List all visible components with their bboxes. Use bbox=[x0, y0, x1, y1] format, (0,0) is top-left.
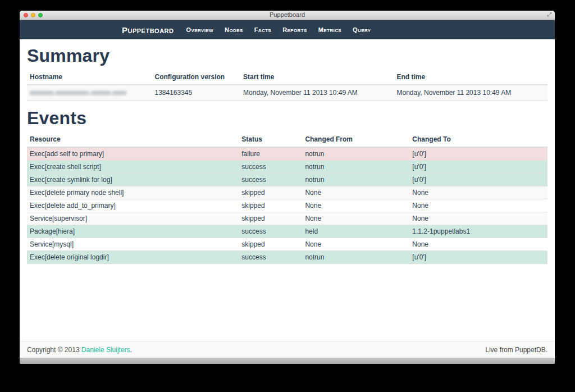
event-row: Exec[create shell script] success notrun… bbox=[27, 161, 547, 174]
nav-item-reports[interactable]: Reports bbox=[277, 20, 313, 39]
summary-header-row: Hostname Configuration version Start tim… bbox=[27, 70, 547, 85]
event-resource: Exec[delete primary node shell] bbox=[27, 186, 239, 199]
event-changed-from: notrun bbox=[302, 251, 409, 264]
event-changed-from: None bbox=[302, 238, 409, 251]
summary-heading: Summary bbox=[27, 46, 547, 66]
events-col-status: Status bbox=[239, 133, 302, 147]
event-resource: Package[hiera] bbox=[27, 225, 239, 238]
event-status: success bbox=[239, 225, 302, 238]
event-changed-to: None bbox=[409, 212, 547, 225]
event-changed-from: None bbox=[302, 199, 409, 212]
events-heading: Events bbox=[27, 108, 547, 128]
event-resource: Exec[delete add_to_primary] bbox=[27, 199, 239, 212]
events-col-changed-to: Changed To bbox=[409, 133, 547, 147]
window-titlebar[interactable]: Puppetboard ⤢ bbox=[20, 11, 555, 20]
author-link[interactable]: Daniele Sluijters bbox=[81, 346, 130, 354]
main-content: Summary Hostname Configuration version S… bbox=[20, 39, 555, 341]
event-resource: Exec[add self to primary] bbox=[27, 147, 239, 161]
events-col-changed-from: Changed From bbox=[302, 133, 409, 147]
navbar-brand[interactable]: Puppetboard bbox=[122, 25, 174, 35]
resize-icon[interactable]: ⤢ bbox=[547, 11, 551, 18]
summary-col-start-time: Start time bbox=[240, 70, 394, 85]
event-changed-to: None bbox=[409, 238, 547, 251]
event-changed-to: None bbox=[409, 199, 547, 212]
event-row: Package[hiera] success held 1.1.2-1puppe… bbox=[27, 225, 547, 238]
config-version-cell: 1384163345 bbox=[152, 85, 240, 101]
events-header-row: Resource Status Changed From Changed To bbox=[27, 133, 547, 147]
nav-item-nodes[interactable]: Nodes bbox=[219, 20, 249, 39]
event-status: success bbox=[239, 174, 302, 186]
event-row: Exec[delete add_to_primary] skipped None… bbox=[27, 199, 547, 212]
events-table: Resource Status Changed From Changed To … bbox=[27, 133, 547, 264]
event-changed-to: [u'0'] bbox=[409, 147, 547, 161]
event-changed-to: None bbox=[409, 186, 547, 199]
event-changed-from: None bbox=[302, 212, 409, 225]
window-title: Puppetboard bbox=[20, 11, 555, 18]
footer: Copyright © 2013 Daniele Sluijters. Live… bbox=[20, 341, 555, 358]
event-changed-to: [u'0'] bbox=[409, 174, 547, 186]
copyright-suffix: . bbox=[130, 346, 132, 354]
summary-col-hostname: Hostname bbox=[27, 70, 152, 85]
event-status: skipped bbox=[239, 212, 302, 225]
nav-item-overview[interactable]: Overview bbox=[181, 20, 220, 39]
event-changed-from: held bbox=[302, 225, 409, 238]
event-row: Exec[delete original logdir] success not… bbox=[27, 251, 547, 264]
event-row: Service[supervisor] skipped None None bbox=[27, 212, 547, 225]
event-changed-to: [u'0'] bbox=[409, 161, 547, 174]
event-resource: Exec[create shell script] bbox=[27, 161, 239, 174]
event-row: Service[mysql] skipped None None bbox=[27, 238, 547, 251]
event-status: skipped bbox=[239, 199, 302, 212]
summary-col-config-version: Configuration version bbox=[152, 70, 240, 85]
event-status: failure bbox=[239, 147, 302, 161]
navbar: Puppetboard Overview Nodes Facts Reports… bbox=[20, 20, 555, 39]
event-changed-to: [u'0'] bbox=[409, 251, 547, 264]
copyright-prefix: Copyright © 2013 bbox=[27, 346, 81, 354]
event-changed-from: notrun bbox=[302, 147, 409, 161]
end-time-cell: Monday, November 11 2013 10:49 AM bbox=[394, 85, 548, 101]
start-time-cell: Monday, November 11 2013 10:49 AM bbox=[240, 85, 394, 101]
event-changed-to: 1.1.2-1puppetlabs1 bbox=[409, 225, 547, 238]
nav-item-metrics[interactable]: Metrics bbox=[313, 20, 347, 39]
event-resource: Service[mysql] bbox=[27, 238, 239, 251]
nav-item-facts[interactable]: Facts bbox=[249, 20, 277, 39]
hostname-redacted: xxxxxxx.xxxxxxxxxx.xxxxxx.xxxx bbox=[30, 89, 126, 97]
browser-status-bar bbox=[20, 358, 555, 364]
nav-items: Overview Nodes Facts Reports Metrics Que… bbox=[181, 20, 377, 39]
event-status: skipped bbox=[239, 186, 302, 199]
event-changed-from: None bbox=[302, 186, 409, 199]
summary-row: xxxxxxx.xxxxxxxxxx.xxxxxx.xxxx 138416334… bbox=[27, 85, 547, 101]
event-row: Exec[create symlink for log] success not… bbox=[27, 174, 547, 186]
event-status: success bbox=[239, 161, 302, 174]
event-changed-from: notrun bbox=[302, 161, 409, 174]
event-row: Exec[add self to primary] failure notrun… bbox=[27, 147, 547, 161]
event-resource: Service[supervisor] bbox=[27, 212, 239, 225]
live-from-puppetdb: Live from PuppetDB. bbox=[485, 346, 547, 354]
summary-col-end-time: End time bbox=[394, 70, 548, 85]
event-resource: Exec[delete original logdir] bbox=[27, 251, 239, 264]
copyright: Copyright © 2013 Daniele Sluijters. bbox=[27, 346, 132, 354]
events-col-resource: Resource bbox=[27, 133, 239, 147]
browser-window: Puppetboard ⤢ Puppetboard Overview Nodes… bbox=[20, 11, 555, 364]
summary-table: Hostname Configuration version Start tim… bbox=[27, 70, 547, 101]
hostname-cell: xxxxxxx.xxxxxxxxxx.xxxxxx.xxxx bbox=[27, 85, 152, 101]
event-row: Exec[delete primary node shell] skipped … bbox=[27, 186, 547, 199]
event-resource: Exec[create symlink for log] bbox=[27, 174, 239, 186]
event-status: success bbox=[239, 251, 302, 264]
nav-item-query[interactable]: Query bbox=[347, 20, 377, 39]
event-status: skipped bbox=[239, 238, 302, 251]
event-changed-from: notrun bbox=[302, 174, 409, 186]
